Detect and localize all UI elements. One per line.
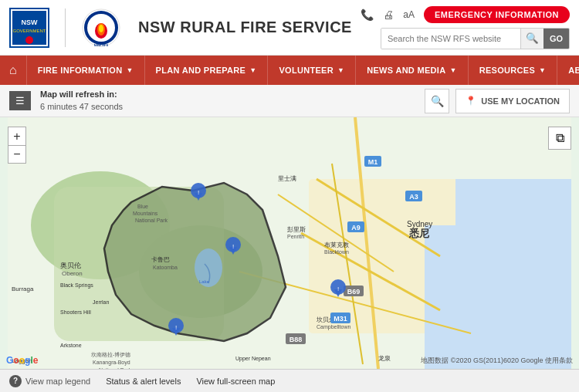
svg-text:里士满: 里士满 [278, 175, 296, 182]
nav-label-news-and-media: NEWS AND MEDIA [367, 66, 445, 75]
svg-text:GOVERNMENT: GOVERNMENT [12, 29, 46, 33]
svg-text:!: ! [175, 324, 177, 331]
svg-text:Campbelltown: Campbelltown [317, 324, 350, 330]
svg-text:奥贝伦: 奥贝伦 [60, 262, 81, 269]
svg-text:Shooters Hill: Shooters Hill [60, 309, 91, 315]
svg-text:卡鲁巴: 卡鲁巴 [151, 256, 170, 263]
map-zoom-controls: + − [8, 127, 26, 164]
svg-text:Oberon: Oberon [62, 270, 83, 277]
rfs-logo: NSW RFS [81, 8, 121, 48]
chevron-down-icon: ▼ [249, 66, 256, 74]
svg-text:A9: A9 [351, 224, 361, 231]
svg-text:!: ! [337, 286, 339, 292]
bottom-bar: ? View map legend Status & alert levels … [0, 369, 579, 392]
svg-text:!: ! [232, 243, 234, 250]
search-input[interactable] [381, 29, 520, 49]
nsw-logo: NSW GOVERNMENT [9, 8, 49, 48]
nav-item-fire-information[interactable]: FIRE INFORMATION ▼ [27, 56, 145, 85]
svg-text:Blacktown: Blacktown [324, 249, 349, 255]
nav-bar: ⌂ FIRE INFORMATION ▼ PLAN AND PREPARE ▼ … [0, 56, 579, 85]
svg-text:悉尼: 悉尼 [408, 228, 430, 239]
hamburger-icon: ☰ [15, 95, 25, 106]
nav-label-resources: RESOURCES [479, 66, 535, 75]
search-submit-button[interactable]: 🔍 [520, 29, 543, 49]
chevron-down-icon: ▼ [539, 66, 546, 74]
hamburger-button[interactable]: ☰ [9, 91, 31, 110]
map-credit: 地图数据 ©2020 GS(2011)6020 Google 使用条款 [421, 356, 573, 366]
logo-divider [65, 8, 66, 47]
nav-item-plan-and-prepare[interactable]: PLAN AND PREPARE ▼ [145, 56, 269, 85]
view-map-legend-button[interactable]: ? View map legend [9, 375, 90, 387]
layers-icon: ⧉ [556, 131, 564, 145]
view-fullscreen-map-link[interactable]: View full-screen map [196, 377, 275, 386]
help-circle-icon: ? [9, 375, 22, 387]
chevron-down-icon: ▼ [449, 66, 456, 74]
zoom-in-button[interactable]: + [8, 127, 26, 145]
nav-label-fire-information: FIRE INFORMATION [38, 66, 123, 75]
svg-text:Arkstone: Arkstone [60, 343, 82, 348]
use-my-location-button[interactable]: 📍 USE MY LOCATION [455, 89, 570, 113]
home-icon: ⌂ [9, 63, 17, 77]
svg-text:Upper Nepean: Upper Nepean [235, 356, 271, 362]
map-search-button[interactable]: 🔍 [425, 89, 449, 113]
svg-text:NSW RFS: NSW RFS [94, 43, 109, 47]
nav-label-about-us: ABOUT US [568, 66, 579, 75]
svg-text:Burraga: Burraga [12, 286, 34, 292]
chevron-down-icon: ▼ [126, 66, 133, 74]
emergency-button[interactable]: EMERGENCY INFORMATION [424, 6, 570, 23]
nav-item-news-and-media[interactable]: NEWS AND MEDIA ▼ [356, 56, 468, 85]
nav-home-button[interactable]: ⌂ [0, 56, 27, 85]
svg-text:National Park: National Park [99, 367, 132, 369]
svg-text:A3: A3 [409, 193, 418, 201]
zoom-out-button[interactable]: − [8, 145, 26, 164]
nav-item-resources[interactable]: RESOURCES ▼ [469, 56, 558, 85]
map-layers-button[interactable]: ⧉ [548, 127, 571, 150]
nav-label-volunteer: VOLUNTEER [279, 66, 334, 75]
map-container[interactable]: 悉尼 Sydney 奥贝伦 Oberon 布莱克教 Blacktown 彭里斯 … [0, 117, 579, 369]
map-toolbar-right: 🔍 📍 USE MY LOCATION [425, 89, 570, 113]
map-toolbar: ☰ Map will refresh in: 6 minutes 47 seco… [0, 85, 579, 117]
svg-text:M1: M1 [368, 158, 378, 166]
svg-text:Black Springs: Black Springs [60, 282, 93, 289]
svg-text:Kanangra-Boyd: Kanangra-Boyd [93, 360, 130, 366]
header-icons: 📞 🖨 aA [361, 8, 415, 21]
svg-text:B88: B88 [290, 336, 303, 343]
svg-text:Katoomba: Katoomba [153, 265, 178, 270]
nav-item-volunteer[interactable]: VOLUNTEER ▼ [268, 56, 356, 85]
text-size-icon[interactable]: aA [403, 9, 415, 20]
svg-rect-19 [425, 225, 571, 369]
svg-text:布莱克教: 布莱克教 [324, 242, 349, 248]
nav-label-plan-and-prepare: PLAN AND PREPARE [156, 66, 246, 75]
svg-text:B69: B69 [347, 288, 361, 296]
print-icon[interactable]: 🖨 [383, 8, 394, 21]
svg-text:Blue: Blue [137, 204, 148, 209]
search-bar: 🔍 GO [381, 28, 570, 49]
site-title: NSW RURAL FIRE SERVICE [138, 19, 352, 36]
svg-point-12 [99, 25, 103, 32]
go-button[interactable]: GO [543, 29, 569, 49]
chevron-down-icon: ▼ [337, 66, 344, 74]
header-right: 📞 🖨 aA EMERGENCY INFORMATION 🔍 GO [361, 6, 570, 49]
location-icon: 📍 [466, 96, 476, 106]
google-logo: Google [6, 355, 38, 366]
search-icon: 🔍 [431, 95, 444, 107]
map-svg: 悉尼 Sydney 奥贝伦 Oberon 布莱克教 Blacktown 彭里斯 … [0, 117, 579, 369]
svg-text:National Park: National Park [135, 218, 168, 223]
svg-text:Sydney: Sydney [407, 220, 432, 228]
svg-text:Penrith: Penrith [287, 234, 304, 239]
logo-section: NSW GOVERNMENT NSW RFS NSW RURAL FIRE SE… [9, 8, 352, 48]
header: NSW GOVERNMENT NSW RFS NSW RURAL FIRE SE… [0, 0, 579, 56]
svg-text:Mountains: Mountains [133, 211, 158, 216]
svg-text:!: ! [198, 189, 199, 196]
svg-text:龙泉: 龙泉 [378, 355, 391, 362]
svg-text:Jerrlan: Jerrlan [93, 299, 110, 305]
svg-text:NSW: NSW [22, 19, 39, 26]
nav-item-about-us[interactable]: ABOUT US ▼ [557, 56, 579, 85]
status-alert-levels-link[interactable]: Status & alert levels [106, 377, 181, 386]
svg-text:M31: M31 [334, 315, 347, 323]
refresh-info: Map will refresh in: 6 minutes 47 second… [40, 89, 123, 113]
svg-text:彭里斯: 彭里斯 [287, 226, 306, 233]
svg-text:Lake: Lake [199, 279, 210, 284]
svg-text:坎南格拉-博伊德: 坎南格拉-博伊德 [90, 352, 130, 357]
phone-icon[interactable]: 📞 [361, 8, 374, 21]
